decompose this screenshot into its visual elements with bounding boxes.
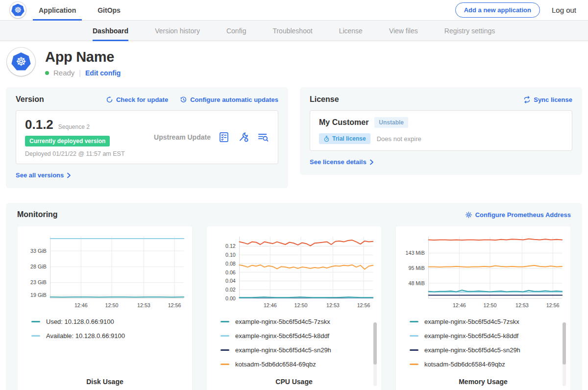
cpu-usage-legend: example-nginx-5bc6f5d4c5-7zskx example-n… — [220, 318, 376, 374]
svg-text:19 GiB: 19 GiB — [30, 292, 47, 298]
version-sequence: Sequence 2 — [58, 123, 90, 130]
svg-text:12:50: 12:50 — [484, 302, 497, 308]
version-source: Upstream Update — [147, 133, 218, 141]
subnav-tab-view-files-label: View files — [389, 27, 418, 35]
stopwatch-icon — [323, 136, 330, 142]
disk-usage-card: 19 GiB23 GiB28 GiB33 GiB12:4612:5012:531… — [18, 226, 192, 390]
check-for-update-label: Check for update — [116, 96, 168, 103]
scrollbar-thumb[interactable] — [373, 322, 377, 365]
config-wrench-icon[interactable] — [238, 131, 249, 143]
license-expiry: Does not expire — [377, 135, 421, 143]
subnav-tab-troubleshoot-label: Troubleshoot — [272, 27, 312, 35]
license-card-title: License — [310, 95, 339, 104]
subnav-tab-view-files[interactable]: View files — [389, 21, 418, 41]
license-type-badge: Trial license — [319, 133, 370, 144]
tab-gitops[interactable]: GitOps — [98, 0, 121, 20]
svg-text:12:46: 12:46 — [74, 302, 88, 308]
tab-application[interactable]: Application — [39, 0, 76, 20]
legend-dash — [220, 335, 229, 337]
sync-icon — [523, 96, 531, 103]
configure-prometheus-label: Configure Prometheus Address — [475, 211, 571, 219]
legend-dash — [220, 364, 229, 365]
sync-license-link[interactable]: Sync license — [523, 96, 572, 103]
see-all-versions-link[interactable]: See all versions — [16, 171, 71, 179]
app-subnav: Dashboard Version history Config Trouble… — [0, 21, 588, 41]
kubernetes-heptagon: ☸ — [11, 4, 24, 17]
legend-label: example-nginx-5bc6f5d4c5-sn29h — [424, 346, 520, 354]
main-content: Version Check for update — [0, 84, 588, 390]
kubernetes-logo[interactable]: ☸ — [10, 2, 26, 18]
svg-text:23 GiB: 23 GiB — [30, 279, 47, 285]
subnav-tab-registry-settings-label: Registry settings — [444, 27, 495, 35]
subnav-tab-version-history-label: Version history — [155, 27, 200, 35]
cpu-usage-card: 0.000.020.040.060.080.100.1212:4612:5012… — [207, 226, 381, 390]
version-card-title: Version — [16, 95, 44, 104]
version-card: Version Check for update — [6, 87, 288, 188]
legend-dash — [410, 321, 418, 322]
svg-text:12:53: 12:53 — [326, 302, 340, 308]
license-details-box: My Customer Unstable Trial license Does … — [310, 110, 572, 151]
legend-dash — [410, 335, 418, 337]
scrollbar-thumb[interactable] — [563, 322, 566, 365]
disk-usage-chart: 19 GiB23 GiB28 GiB33 GiB12:4612:5012:531… — [23, 233, 187, 310]
gear-icon — [465, 211, 472, 219]
see-license-details-link[interactable]: See license details — [310, 158, 374, 166]
svg-text:0.08: 0.08 — [225, 261, 236, 267]
subnav-tab-config[interactable]: Config — [226, 21, 246, 41]
configure-prometheus-link[interactable]: Configure Prometheus Address — [465, 211, 571, 219]
legend-label: kotsadm-5db6dc6584-69qbz — [424, 361, 505, 368]
subnav-tab-license-label: License — [339, 27, 363, 35]
subnav-tab-version-history[interactable]: Version history — [155, 21, 200, 41]
svg-text:28 GiB: 28 GiB — [30, 264, 47, 269]
channel-badge: Unstable — [374, 117, 408, 128]
deploy-logs-icon[interactable] — [257, 131, 269, 143]
legend-item: example-nginx-5bc6f5d4c5-7zskx — [410, 318, 565, 325]
app-header: ☸ App Name Ready | Edit config — [0, 41, 588, 84]
legend-item: Available: 10.128.0.66:9100 — [31, 332, 187, 340]
app-icon: ☸ — [7, 48, 35, 76]
legend-label: example-nginx-5bc6f5d4c5-sn29h — [235, 346, 331, 354]
app-title: App Name — [45, 49, 121, 65]
legend-dash — [31, 335, 40, 337]
top-nav: ☸ Application GitOps Add a new applicati… — [0, 0, 588, 21]
legend-item: example-nginx-5bc6f5d4c5-sn29h — [220, 346, 376, 354]
deployed-badge: Currently deployed version — [25, 136, 110, 146]
edit-config-link[interactable]: Edit config — [85, 69, 121, 77]
legend-scrollbar[interactable] — [373, 322, 377, 386]
current-version-box: 0.1.2 Sequence 2 Currently deployed vers… — [16, 110, 278, 164]
subnav-tab-troubleshoot[interactable]: Troubleshoot — [272, 21, 312, 41]
check-for-update-link[interactable]: Check for update — [106, 96, 168, 103]
legend-item: Used: 10.128.0.66:9100 — [31, 318, 187, 325]
logout-link[interactable]: Log out — [552, 6, 576, 14]
configure-automatic-updates-link[interactable]: Configure automatic updates — [180, 96, 278, 103]
configure-automatic-updates-label: Configure automatic updates — [190, 96, 278, 103]
legend-dash — [220, 321, 229, 322]
chart-title: Disk Usage — [23, 378, 187, 386]
svg-text:48 MiB: 48 MiB — [408, 280, 424, 286]
add-application-button[interactable]: Add a new application — [455, 2, 540, 18]
subnav-tab-registry-settings[interactable]: Registry settings — [444, 21, 495, 41]
legend-label: example-nginx-5bc6f5d4c5-k8ddf — [424, 332, 518, 340]
cpu-usage-chart: 0.000.020.040.060.080.100.1212:4612:5012… — [212, 233, 376, 310]
top-nav-tabs: Application GitOps — [39, 0, 142, 20]
svg-text:12:53: 12:53 — [515, 302, 529, 308]
chart-title: CPU Usage — [212, 378, 376, 386]
legend-scrollbar[interactable] — [563, 322, 566, 386]
svg-text:0.10: 0.10 — [225, 252, 236, 258]
app-icon-heptagon: ☸ — [11, 52, 31, 71]
subnav-tab-dashboard[interactable]: Dashboard — [93, 21, 128, 41]
subnav-tab-license[interactable]: License — [339, 21, 363, 41]
legend-item: kotsadm-5db6dc6584-69qbz — [410, 361, 565, 368]
svg-text:0.04: 0.04 — [225, 278, 236, 284]
chart-title: Memory Usage — [401, 378, 565, 386]
divider: | — [79, 69, 81, 77]
helm-wheel-icon: ☸ — [14, 6, 22, 14]
svg-text:12:46: 12:46 — [453, 302, 466, 308]
memory-usage-chart: 48 MiB95 MiB143 MiB12:4612:5012:5312:56 — [401, 233, 565, 310]
disk-usage-legend: Used: 10.128.0.66:9100 Available: 10.128… — [31, 318, 187, 374]
svg-text:12:53: 12:53 — [137, 302, 150, 308]
legend-item: kotsadm-5db6dc6584-69qbz — [220, 361, 376, 368]
see-all-versions-label: See all versions — [16, 171, 64, 179]
legend-item: example-nginx-5bc6f5d4c5-7zskx — [220, 318, 376, 325]
preflight-checks-icon[interactable] — [218, 131, 230, 143]
